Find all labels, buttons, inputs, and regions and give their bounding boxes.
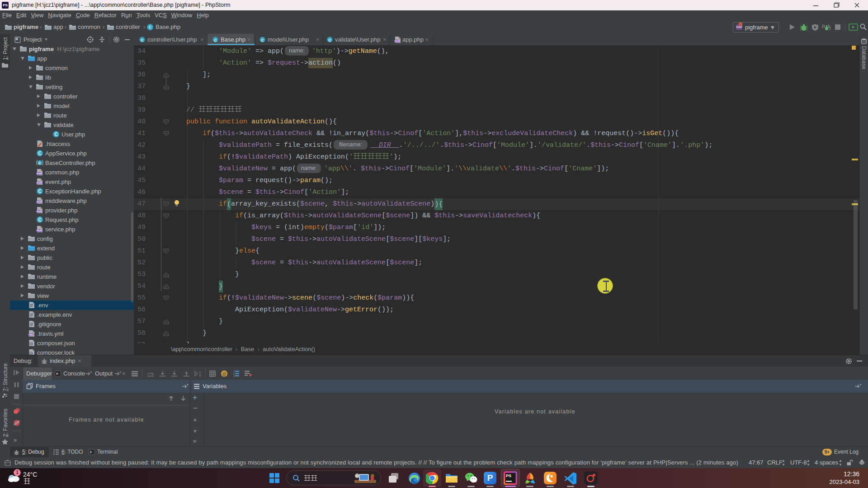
svg-text:C: C	[328, 38, 331, 42]
svg-text:PS: PS	[506, 474, 511, 478]
svg-text:3: 3	[233, 375, 235, 377]
svg-text:@: @	[222, 371, 226, 376]
svg-text:C: C	[214, 38, 217, 42]
svg-text:C: C	[141, 38, 143, 42]
svg-text:C: C	[261, 38, 264, 42]
